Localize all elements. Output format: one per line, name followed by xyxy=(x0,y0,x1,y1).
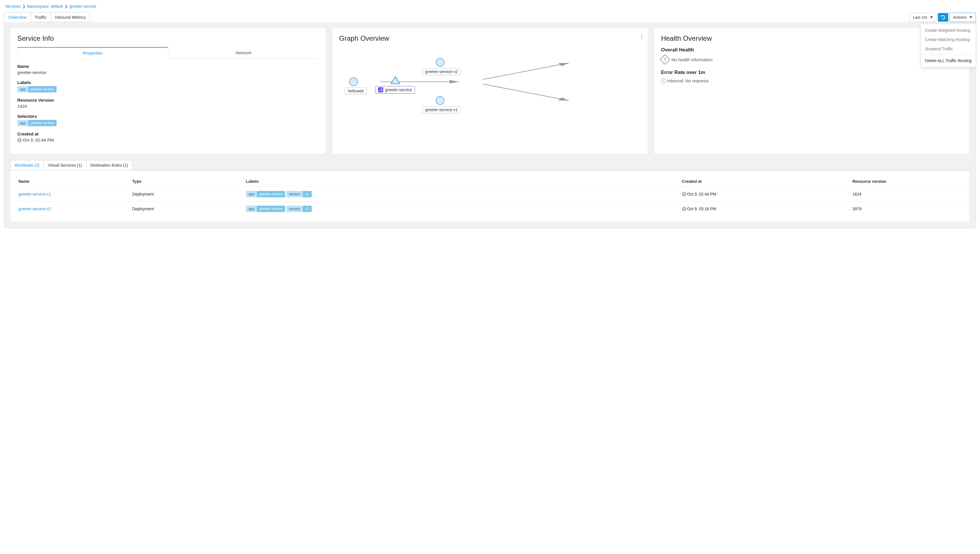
workloads-table: Name Type Labels Created at Resource ver… xyxy=(16,176,964,216)
selector-key: app xyxy=(18,120,28,126)
label-key: version xyxy=(286,191,303,197)
action-create-weighted-routing[interactable]: Create Weighted Routing xyxy=(921,26,976,35)
tab-inbound-metrics[interactable]: Inbound Metrics xyxy=(51,12,90,22)
selectors-chips: app greeter-service xyxy=(18,120,319,126)
health-unknown-icon: ? xyxy=(659,54,670,65)
label-value: v1 xyxy=(303,191,312,197)
col-created: Created at xyxy=(679,176,850,187)
labels-label: Labels xyxy=(18,80,319,85)
graph-label-helloweb: helloweb xyxy=(345,88,366,94)
chevron-right-icon: ❯ xyxy=(22,4,25,8)
workload-labels: appgreeter-serviceversionv2 xyxy=(243,202,679,216)
service-info-title: Service Info xyxy=(18,34,319,43)
workload-type: Deployment xyxy=(130,187,243,202)
actions-button[interactable]: Actions xyxy=(950,13,976,22)
actions-label: Actions xyxy=(953,15,966,20)
col-type: Type xyxy=(130,176,243,187)
bottom-tabs: Workloads (2) Virtual Services (1) Desti… xyxy=(10,160,970,170)
selector-value: greeter-service xyxy=(28,120,57,126)
kebab-icon[interactable] xyxy=(641,34,642,40)
action-suspend-traffic[interactable]: Suspend Traffic xyxy=(921,44,976,53)
label-value: greeter-service xyxy=(28,86,57,93)
table-row: greeter-service-v1Deploymentappgreeter-s… xyxy=(16,187,964,202)
graph-label-greeter-service-v2: greeter-service-v2 xyxy=(422,68,461,75)
action-delete-all-traffic-routing[interactable]: Delete ALL Traffic Routing xyxy=(921,56,976,65)
breadcrumb-services[interactable]: Services xyxy=(5,4,21,9)
graph-label-greeter-service: ⎇ greeter-service xyxy=(375,86,415,94)
workload-rv: 3979 xyxy=(850,202,964,216)
workload-type: Deployment xyxy=(130,202,243,216)
workload-created: Oct 9, 02:44 PM xyxy=(679,187,850,202)
refresh-button[interactable] xyxy=(938,13,948,22)
svg-line-1 xyxy=(483,63,569,80)
workload-labels: appgreeter-serviceversionv1 xyxy=(243,187,679,202)
tab-traffic[interactable]: Traffic xyxy=(31,12,51,22)
workload-link[interactable]: greeter-service-v1 xyxy=(19,192,51,196)
name-label: Name xyxy=(18,64,319,69)
workload-rv: 1624 xyxy=(850,187,964,202)
tab-network[interactable]: Network xyxy=(168,47,319,58)
workload-created: Oct 9, 03:16 PM xyxy=(679,202,850,216)
graph-canvas: helloweb ⎇ greeter-service greeter-servi… xyxy=(339,47,641,131)
globe-icon xyxy=(18,138,21,142)
chevron-down-icon xyxy=(930,16,933,18)
resource-version-value: 1424 xyxy=(18,104,319,109)
refresh-icon xyxy=(941,15,945,19)
workload-link[interactable]: greeter-service-v2 xyxy=(19,206,51,211)
selectors-label: Selectors xyxy=(18,114,319,119)
graph-overview-title: Graph Overview xyxy=(339,34,641,43)
service-info-card: Service Info Properties Network Name gre… xyxy=(10,28,326,154)
label-key: app xyxy=(246,191,257,197)
label-value: greeter-service xyxy=(257,191,285,197)
col-rv: Resource version xyxy=(850,176,964,187)
virtual-service-icon: ⎇ xyxy=(378,87,383,93)
label-value: greeter-service xyxy=(257,206,285,212)
graph-label-greeter-service-v1: greeter-service-v1 xyxy=(422,106,461,113)
main-tabs: Overview Traffic Inbound Metrics xyxy=(4,12,90,22)
tab-workloads[interactable]: Workloads (2) xyxy=(10,160,44,170)
breadcrumb-service[interactable]: greeter-service xyxy=(69,4,96,9)
chevron-right-icon: ❯ xyxy=(65,4,67,8)
globe-icon xyxy=(682,207,686,211)
timerange-select[interactable]: Last 1m xyxy=(909,13,937,22)
health-unknown-icon: ? xyxy=(660,77,667,84)
timerange-label: Last 1m xyxy=(913,15,927,20)
error-rate-value: Inbound: No requests xyxy=(668,78,709,83)
label-value: v2 xyxy=(303,206,312,212)
dropdown-separator xyxy=(921,54,976,55)
name-value: greeter-service xyxy=(18,70,319,75)
svg-marker-3 xyxy=(391,77,400,84)
table-row: greeter-service-v2Deploymentappgreeter-s… xyxy=(16,202,964,216)
col-labels: Labels xyxy=(243,176,679,187)
globe-icon xyxy=(682,192,686,196)
action-create-matching-routing[interactable]: Create Matching Routing xyxy=(921,35,976,44)
actions-dropdown: Create Weighted Routing Create Matching … xyxy=(921,24,976,67)
label-key: app xyxy=(18,86,28,93)
graph-node-greeter-service[interactable] xyxy=(390,76,400,86)
error-rate-label: Error Rate over 1m xyxy=(661,70,963,75)
tab-overview[interactable]: Overview xyxy=(4,12,31,22)
tab-properties[interactable]: Properties xyxy=(18,47,168,59)
created-at-value: Oct 9, 02:44 PM xyxy=(18,137,319,142)
tab-destination-rules[interactable]: Destination Rules (1) xyxy=(86,160,132,170)
graph-overview-card: Graph Overview helloweb xyxy=(332,28,648,154)
overall-health-value: No health information xyxy=(671,57,713,62)
label-key: version xyxy=(286,206,303,212)
svg-line-2 xyxy=(483,84,569,101)
overall-health-label: Overall Health xyxy=(661,47,963,53)
breadcrumb-namespace[interactable]: Namespace: default xyxy=(27,4,63,9)
resource-version-label: Resource Version xyxy=(18,97,319,102)
breadcrumb: Services ❯ Namespace: default ❯ greeter-… xyxy=(4,3,976,12)
chevron-down-icon xyxy=(969,16,972,18)
health-overview-title: Health Overview xyxy=(661,34,963,43)
col-name: Name xyxy=(16,176,130,187)
created-at-label: Created at xyxy=(18,131,319,136)
tab-virtual-services[interactable]: Virtual Services (1) xyxy=(44,160,86,170)
labels-chips: app greeter-service xyxy=(18,86,319,93)
label-key: app xyxy=(246,206,257,212)
